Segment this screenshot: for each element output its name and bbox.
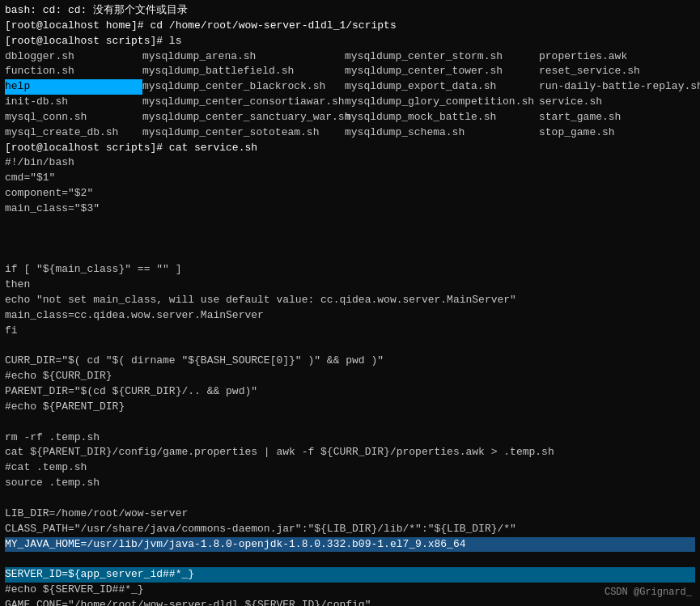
line-source: source .temp.sh: [5, 476, 695, 491]
line-if-main: if [ "${main_class}" == "" ]: [5, 262, 695, 278]
files-row-3: helpmysqldump_center_blackrock.shmysqldu…: [5, 79, 695, 95]
terminal: bash: cd: cd: 没有那个文件或目录 [root@localhost …: [0, 0, 700, 606]
line-game-conf: GAME_CONF="/home/root/wow-server-dldl_${…: [5, 598, 695, 606]
files-row-2: function.shmysqldump_battlefield.shmysql…: [5, 64, 695, 79]
line-comment-curr: #echo ${CURR_DIR}: [5, 369, 695, 384]
line-component: component="$2": [5, 186, 695, 201]
blank-5: [5, 415, 695, 430]
line-server-id: SERVER_ID=${app_server_id##*_}: [5, 567, 695, 583]
blank-3: [5, 248, 695, 263]
line-main-class: main_class="$3": [5, 201, 695, 217]
blank-6: [5, 491, 695, 506]
line-comment-server-id: #echo ${SERVER_ID##*_}: [5, 583, 695, 598]
watermark: CSDN @Grignard_: [605, 587, 692, 598]
line-rm: rm -rf .temp.sh: [5, 430, 695, 446]
line-lib-dir: LIB_DIR=/home/root/wow-server: [5, 506, 695, 522]
line-cd-cmd: [root@localhost home]# cd /home/root/wow…: [5, 19, 695, 34]
blank-2: [5, 232, 695, 248]
files-row-1: dblogger.shmysqldump_arena.shmysqldump_c…: [5, 49, 695, 65]
line-ls-cmd: [root@localhost scripts]# ls: [5, 34, 695, 49]
line-comment-cat: #cat .temp.sh: [5, 460, 695, 476]
line-class-path: CLASS_PATH="/usr/share/java/commons-daem…: [5, 522, 695, 537]
line-then-1: then: [5, 278, 695, 293]
line-parent-dir: PARENT_DIR="$(cd ${CURR_DIR}/.. && pwd)": [5, 384, 695, 400]
files-row-5: mysql_conn.shmysqldump_center_sanctuary_…: [5, 110, 695, 125]
blank-4: [5, 339, 695, 354]
line-cmd: cmd="$1": [5, 171, 695, 186]
line-java-home: MY_JAVA_HOME=/usr/lib/jvm/java-1.8.0-ope…: [5, 537, 695, 553]
files-row-6: mysql_create_db.shmysqldump_center_sotot…: [5, 125, 695, 141]
line-cat-props: cat ${PARENT_DIR}/config/game.properties…: [5, 445, 695, 460]
line-echo-main: echo "not set main_class, will use defau…: [5, 293, 695, 308]
line-bash-error: bash: cd: cd: 没有那个文件或目录: [5, 3, 695, 19]
line-main-class-assign: main_class=cc.qidea.wow.server.MainServe…: [5, 308, 695, 324]
blank-7: [5, 552, 695, 567]
line-cat-cmd: [root@localhost scripts]# cat service.sh: [5, 141, 695, 156]
files-row-4: init-db.shmysqldump_center_consortiawar.…: [5, 95, 695, 110]
line-fi-1: fi: [5, 324, 695, 339]
line-comment-parent: #echo ${PARENT_DIR}: [5, 400, 695, 415]
blank-1: [5, 217, 695, 232]
line-curr-dir: CURR_DIR="$( cd "$( dirname "${BASH_SOUR…: [5, 354, 695, 369]
line-shebang: #!/bin/bash: [5, 155, 695, 171]
